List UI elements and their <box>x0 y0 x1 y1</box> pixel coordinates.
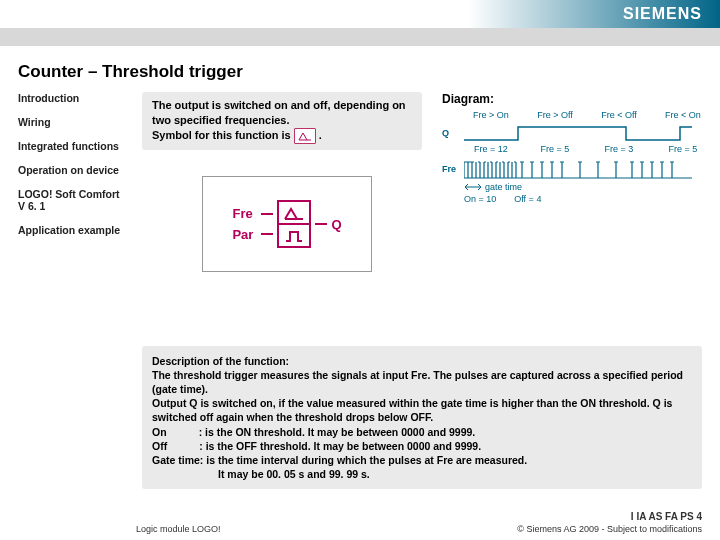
timing-diagram: Diagram: Fre > On Fre > Off Fre < Off Fr… <box>442 92 712 282</box>
description-box: Description of the function: The thresho… <box>142 346 702 490</box>
pin-icon <box>261 213 273 215</box>
hdr-fre-lt-on: Fre < On <box>656 110 710 120</box>
sidebar-item-wiring[interactable]: Wiring <box>18 116 128 128</box>
footer-right: I IA AS FA PS 4 © Siemens AG 2009 - Subj… <box>517 511 702 534</box>
pin-icon <box>261 233 273 235</box>
desc-gate-v: It may be 00. 05 s and 99. 99 s. <box>218 467 692 481</box>
footer-left: Logic module LOGO! <box>136 524 221 534</box>
gate-label: gate time <box>485 182 522 192</box>
off-threshold: Off = 4 <box>514 194 541 204</box>
threshold-symbol-icon <box>294 128 316 144</box>
desc-p2: Output Q is switched on, if the value me… <box>152 396 692 424</box>
q-values: Fre = 12 Fre = 5 Fre = 3 Fre = 5 <box>464 144 712 154</box>
sidebar-item-app[interactable]: Application example <box>18 224 128 236</box>
intro-line2-post: . <box>319 128 322 143</box>
sidebar-item-soft[interactable]: LOGO! Soft Comfort V 6. 1 <box>18 188 128 212</box>
triangle-wave-icon <box>279 202 309 223</box>
desc-off-key: Off <box>152 440 167 452</box>
qv-3: Fre = 3 <box>592 144 646 154</box>
fbd-output-q: Q <box>331 217 341 232</box>
pin-icon <box>315 223 327 225</box>
q-label: Q <box>442 128 464 138</box>
on-off-thresholds: On = 10 Off = 4 <box>464 194 712 204</box>
page-body: Introduction Wiring Integrated functions… <box>0 92 720 489</box>
fbd-input-par: Par <box>232 227 253 242</box>
fre-waveform <box>464 158 692 180</box>
grey-strip <box>0 28 720 46</box>
sidebar-item-integrated[interactable]: Integrated functions <box>18 140 128 152</box>
intro-line2: Symbol for this function is . <box>152 128 412 144</box>
desc-p1: The threshold trigger measures the signa… <box>152 368 692 396</box>
header-band: SIEMENS <box>0 0 720 28</box>
intro-line2-pre: Symbol for this function is <box>152 128 291 143</box>
fre-label: Fre <box>442 164 464 174</box>
qv-5a: Fre = 5 <box>528 144 582 154</box>
sidebar-item-operation[interactable]: Operation on device <box>18 164 128 176</box>
sidebar-item-intro[interactable]: Introduction <box>18 92 128 104</box>
sidebar: Introduction Wiring Integrated functions… <box>18 92 128 489</box>
desc-off: Off : is the OFF threshold. It may be be… <box>152 439 692 453</box>
desc-off-val: : is the OFF threshold. It may be betwee… <box>199 440 481 452</box>
double-arrow-icon <box>464 183 482 191</box>
footer-copyright: © Siemens AG 2009 - Subject to modificat… <box>517 524 702 534</box>
intro-line1: The output is switched on and off, depen… <box>152 98 412 128</box>
on-threshold: On = 10 <box>464 194 496 204</box>
hdr-fre-lt-off: Fre < Off <box>592 110 646 120</box>
intro-box: The output is switched on and off, depen… <box>142 92 422 150</box>
qv-12: Fre = 12 <box>464 144 518 154</box>
footer-page: I IA AS FA PS 4 <box>517 511 702 522</box>
diagram-title: Diagram: <box>442 92 712 106</box>
diagram-headers: Fre > On Fre > Off Fre < Off Fre < On <box>464 110 712 120</box>
main-area: The output is switched on and off, depen… <box>142 92 702 489</box>
siemens-logo: SIEMENS <box>623 5 702 23</box>
page-title: Counter – Threshold trigger <box>0 58 720 92</box>
hdr-fre-gt-on: Fre > On <box>464 110 518 120</box>
square-wave-icon <box>279 223 309 246</box>
fbd-input-fre: Fre <box>232 206 253 221</box>
desc-heading: Description of the function: <box>152 354 692 368</box>
footer: Logic module LOGO! I IA AS FA PS 4 © Sie… <box>0 511 720 534</box>
desc-on: On : is the ON threshold. It may be betw… <box>152 425 692 439</box>
desc-on-key: On <box>152 426 167 438</box>
hdr-fre-gt-off: Fre > Off <box>528 110 582 120</box>
qv-5b: Fre = 5 <box>656 144 710 154</box>
q-waveform <box>464 124 692 142</box>
fbd-block <box>277 200 311 248</box>
desc-gate: Gate time: is the time interval during w… <box>152 453 692 467</box>
desc-on-val: : is the ON threshold. It may be between… <box>199 426 476 438</box>
gate-time-indicator: gate time <box>464 182 712 192</box>
function-block-diagram: Fre Par Q <box>202 176 372 272</box>
